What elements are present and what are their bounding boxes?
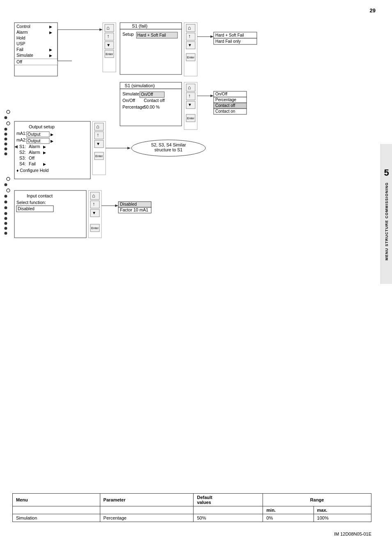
svg-text:▶: ▶ bbox=[49, 25, 52, 29]
svg-marker-42 bbox=[210, 35, 214, 38]
svg-rect-57 bbox=[184, 82, 197, 130]
svg-point-149 bbox=[5, 217, 7, 220]
svg-text:mA1:: mA1: bbox=[16, 131, 27, 136]
svg-point-141 bbox=[5, 153, 7, 155]
svg-text:Fail: Fail bbox=[16, 47, 23, 52]
svg-marker-16 bbox=[99, 28, 103, 31]
svg-marker-86 bbox=[14, 145, 18, 149]
svg-text:Factor 10 mA1: Factor 10 mA1 bbox=[120, 207, 148, 212]
svg-rect-22 bbox=[105, 42, 114, 49]
svg-text:Enter: Enter bbox=[95, 154, 103, 158]
col-menu-sub bbox=[13, 506, 100, 514]
svg-point-134 bbox=[5, 116, 7, 119]
bottom-table: Menu Parameter Defaultvalues Range min. … bbox=[12, 493, 371, 522]
cell-default: 50% bbox=[194, 514, 263, 522]
svg-rect-30 bbox=[136, 32, 178, 38]
svg-text:Select function:: Select function: bbox=[16, 200, 46, 205]
svg-text:⌂: ⌂ bbox=[106, 25, 110, 31]
svg-point-146 bbox=[5, 201, 7, 204]
svg-text:Off: Off bbox=[29, 155, 35, 160]
table-row: Simulation Percentage 50% 0% 100% bbox=[13, 514, 371, 522]
svg-rect-28 bbox=[120, 29, 182, 74]
svg-rect-113 bbox=[14, 190, 86, 238]
svg-text:↑: ↑ bbox=[107, 33, 109, 39]
svg-text:Hard Fail only: Hard Fail only bbox=[215, 39, 241, 44]
svg-point-148 bbox=[5, 212, 7, 215]
svg-rect-118 bbox=[88, 190, 101, 238]
col-min: min. bbox=[263, 506, 314, 514]
svg-text:▶: ▶ bbox=[49, 30, 52, 35]
svg-text:mA2:: mA2: bbox=[16, 137, 27, 142]
col-range: Range bbox=[263, 494, 371, 506]
svg-text:Hold: Hold bbox=[16, 35, 25, 40]
svg-text:Enter: Enter bbox=[106, 52, 113, 56]
svg-point-142 bbox=[7, 177, 10, 181]
svg-rect-45 bbox=[214, 38, 257, 44]
svg-text:Enter: Enter bbox=[91, 226, 99, 230]
col-parameter: Parameter bbox=[100, 494, 194, 506]
svg-text:On/Off: On/Off bbox=[141, 92, 153, 97]
svg-rect-51 bbox=[140, 92, 164, 97]
svg-text:S4:: S4: bbox=[19, 161, 26, 166]
svg-text:▶: ▶ bbox=[49, 48, 52, 52]
svg-text:Alarm: Alarm bbox=[16, 30, 28, 35]
svg-rect-39 bbox=[186, 53, 195, 61]
svg-text:Contact off: Contact off bbox=[215, 103, 235, 108]
svg-rect-60 bbox=[186, 93, 195, 100]
cell-max: 100% bbox=[314, 514, 371, 522]
svg-text:Alarm: Alarm bbox=[29, 144, 40, 149]
svg-point-144 bbox=[7, 189, 10, 192]
svg-point-135 bbox=[7, 122, 10, 125]
svg-rect-99 bbox=[92, 121, 106, 175]
cell-min: 0% bbox=[263, 514, 314, 522]
svg-rect-129 bbox=[118, 202, 151, 207]
svg-rect-49 bbox=[120, 89, 182, 126]
svg-point-152 bbox=[5, 232, 7, 235]
svg-point-140 bbox=[5, 148, 7, 151]
svg-point-147 bbox=[5, 207, 7, 209]
svg-rect-0 bbox=[14, 23, 58, 76]
svg-rect-24 bbox=[105, 50, 114, 58]
svg-marker-109 bbox=[127, 147, 131, 149]
svg-text:▶: ▶ bbox=[49, 53, 52, 58]
svg-rect-26 bbox=[120, 23, 182, 29]
svg-text:▼: ▼ bbox=[96, 142, 100, 146]
svg-text:Contact off: Contact off bbox=[144, 98, 165, 103]
svg-rect-18 bbox=[105, 24, 114, 32]
svg-text:▼: ▼ bbox=[188, 43, 192, 47]
svg-text:↑: ↑ bbox=[188, 93, 191, 99]
svg-text:Hard + Soft Fail: Hard + Soft Fail bbox=[215, 33, 244, 37]
svg-text:⌂: ⌂ bbox=[188, 84, 191, 91]
svg-text:On/Off: On/Off bbox=[122, 98, 135, 103]
svg-rect-125 bbox=[90, 224, 99, 232]
svg-point-110 bbox=[131, 140, 205, 156]
svg-marker-67 bbox=[210, 95, 214, 97]
svg-text:▶: ▶ bbox=[51, 132, 53, 137]
svg-text:Off: Off bbox=[16, 59, 22, 64]
svg-rect-72 bbox=[214, 103, 247, 109]
svg-rect-76 bbox=[14, 121, 90, 179]
cell-menu: Simulation bbox=[13, 514, 100, 522]
svg-rect-43 bbox=[214, 32, 257, 38]
svg-text:▶: ▶ bbox=[51, 139, 53, 143]
svg-text:S2:: S2: bbox=[19, 150, 26, 155]
svg-text:Percentage: Percentage bbox=[122, 104, 145, 109]
svg-rect-33 bbox=[186, 24, 195, 32]
svg-text:↑: ↑ bbox=[92, 201, 95, 207]
svg-rect-47 bbox=[120, 82, 182, 89]
svg-rect-102 bbox=[95, 132, 104, 139]
svg-text:Enter: Enter bbox=[187, 116, 194, 120]
svg-text:S1 (simulation): S1 (simulation) bbox=[125, 83, 154, 88]
svg-text:⌂: ⌂ bbox=[96, 123, 99, 130]
svg-rect-121 bbox=[90, 201, 99, 208]
svg-rect-58 bbox=[186, 84, 195, 91]
svg-text:▼: ▼ bbox=[92, 211, 96, 215]
svg-rect-104 bbox=[95, 140, 104, 148]
chapter-number: 5 bbox=[384, 167, 389, 178]
svg-text:Disabled: Disabled bbox=[18, 206, 35, 211]
svg-text:Contact on: Contact on bbox=[215, 109, 235, 114]
side-label: 5 MENU STRUCTURE COMMISSIONING bbox=[380, 144, 392, 284]
svg-text:USP: USP bbox=[16, 41, 25, 46]
svg-text:Setup: Setup bbox=[122, 32, 134, 37]
svg-point-139 bbox=[5, 143, 7, 146]
